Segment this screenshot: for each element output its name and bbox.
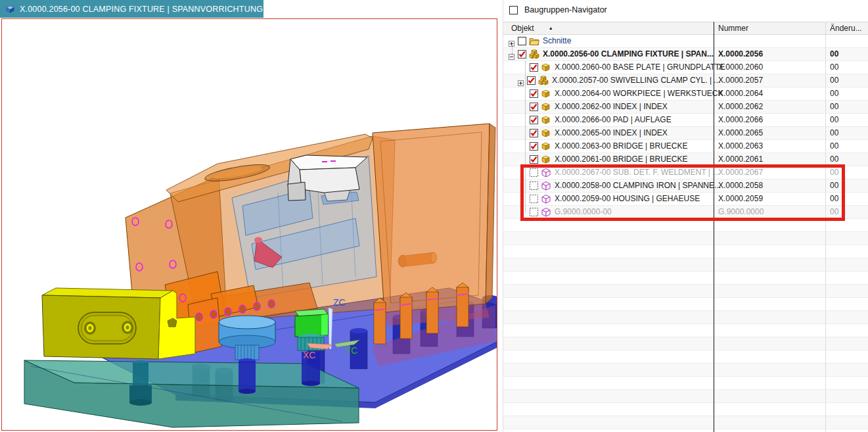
tree-row-label: X.0000.2061-00 BRIDGE | BRUECKE [555,153,688,166]
close-icon[interactable] [295,5,302,14]
lock-icon[interactable] [282,3,290,14]
row-nummer: X.0000.2058 [718,180,822,192]
empty-row [503,285,868,298]
tree-row[interactable]: X.0000.2066-00 PAD | AUFLAGEX.0000.20660… [503,114,868,127]
part-icon [5,4,15,14]
tree-row[interactable]: X.0000.2057-00 SWIVELLING CLAMP CYL. | .… [503,74,868,87]
empty-row [503,390,868,403]
navigator-tree: Schnitte X.0000.2056-00 CLAMPING FIXTURE… [503,35,868,432]
row-aenderungsstand: 00 [830,127,866,139]
visibility-checkbox-checked[interactable] [518,50,526,59]
row-nummer: X.0000.2060 [718,61,822,74]
row-nummer: X.0000.2066 [718,114,822,126]
row-nummer: X.0000.2064 [718,87,822,100]
empty-row [503,232,868,245]
yc-axis-label: YC [345,345,357,356]
row-aenderungsstand: 00 [830,166,866,179]
zc-axis-label: ZC [333,297,346,308]
row-nummer: X.0000.2061 [718,153,822,166]
row-nummer: X.0000.2065 [718,127,822,139]
visibility-checkbox-checked[interactable] [530,63,538,72]
tree-row-label: X.0000.2063-00 BRIDGE | BRUECKE [555,140,688,153]
expand-icon[interactable] [518,78,524,84]
empty-row [503,364,868,377]
empty-row [503,377,868,390]
part-icon [541,62,551,72]
visibility-checkbox-checked[interactable] [530,103,538,111]
graphics-viewport[interactable]: ZC XC YC [1,18,497,431]
column-divider-dark[interactable] [714,22,714,432]
visibility-checkbox-dashed[interactable] [530,168,538,177]
column-header-nummer[interactable]: Nummer [718,22,820,34]
row-aenderungsstand: 00 [830,114,866,126]
row-nummer: G.9000.0000 [718,206,822,218]
part-icon [541,115,551,125]
tree-row-label: X.0000.2060-00 BASE PLATE | GRUNDPLATTE [555,61,725,74]
visibility-checkbox-dashed[interactable] [530,208,538,216]
clamp-cylinder-part[interactable] [288,155,367,204]
navigator-title-bar[interactable]: Baugruppen-Navigator [509,5,607,14]
sort-asc-icon: ▲ [549,26,553,30]
tree-row[interactable]: G.9000.0000-00G.9000.000000 [503,206,868,219]
tree-row[interactable]: X.0000.2060-00 BASE PLATE | GRUNDPLATTEX… [503,61,868,74]
row-aenderungsstand: 00 [830,153,866,166]
row-aenderungsstand: 00 [830,61,866,74]
empty-row [503,403,868,416]
tree-row-label: X.0000.2059-00 HOUSING | GEHAEUSE [555,193,700,205]
row-nummer: X.0000.2057 [718,74,822,87]
empty-row [503,324,868,337]
visibility-checkbox-dashed[interactable] [530,195,538,203]
tree-row[interactable]: X.0000.2067-00 SUB. DET. F. WELDMENT | .… [503,166,868,180]
visibility-checkbox-checked[interactable] [527,76,536,85]
row-aenderungsstand [830,35,866,47]
ghost-icon [541,181,551,191]
tree-row[interactable]: X.0000.2058-00 CLAMPING IRON | SPANNE...… [503,180,868,193]
row-aenderungsstand: 00 [830,74,866,87]
visibility-checkbox-checked[interactable] [530,89,538,98]
row-aenderungsstand: 00 [830,206,866,218]
assembly-navigator-panel: Baugruppen-Navigator Objekt▲ Nummer Ände… [503,0,868,432]
column-divider-light[interactable] [825,22,826,432]
visibility-checkbox-checked[interactable] [530,129,538,137]
empty-row [503,429,868,432]
row-aenderungsstand: 00 [830,180,866,192]
tree-row[interactable]: X.0000.2061-00 BRIDGE | BRUECKEX.0000.20… [503,153,868,166]
part-icon [541,89,551,99]
part-icon [541,155,551,164]
tree-row[interactable]: X.0000.2062-00 INDEX | INDEXX.0000.20620… [503,101,868,114]
tree-row[interactable]: X.0000.2065-00 INDEX | INDEXX.0000.20650… [503,127,868,140]
column-header-aenderung[interactable]: Änderu... [830,22,868,34]
part-window-tab[interactable]: X.0000.2056-00 CLAMPING FIXTURE | SPANNV… [0,0,263,18]
workpiece-part[interactable] [42,288,195,359]
tree-row[interactable]: Schnitte [503,35,868,48]
part-icon [541,102,551,112]
empty-row [503,219,868,232]
expand-icon[interactable] [509,38,514,44]
tree-row-label: X.0000.2064-00 WORKPIECE | WERKSTUECK [555,87,723,100]
row-aenderungsstand: 00 [830,48,866,60]
row-aenderungsstand: 00 [830,87,866,100]
tree-row[interactable]: X.0000.2064-00 WORKPIECE | WERKSTUECKX.0… [503,87,868,101]
tree-row-label: Schnitte [543,35,571,47]
row-nummer: X.0000.2059 [718,193,822,205]
tree-row-label: X.0000.2065-00 INDEX | INDEX [555,127,668,139]
empty-row [503,272,868,285]
visibility-checkbox-unchecked[interactable] [518,37,526,45]
visibility-checkbox-checked[interactable] [530,155,538,164]
visibility-checkbox-dashed[interactable] [530,181,538,190]
tree-row-label: X.0000.2066-00 PAD | AUFLAGE [555,114,672,126]
row-nummer: X.0000.2056 [718,48,822,60]
ghost-icon [541,194,551,204]
edit-page-icon[interactable] [269,3,277,14]
tree-connector [512,45,513,55]
visibility-checkbox-checked[interactable] [530,116,538,124]
tree-row[interactable]: X.0000.2056-00 CLAMPING FIXTURE | SPAN..… [503,48,868,61]
empty-row [503,311,868,324]
tree-row[interactable]: X.0000.2063-00 BRIDGE | BRUECKEX.0000.20… [503,140,868,153]
column-header-objekt[interactable]: Objekt▲ [511,22,708,34]
tree-row-label: X.0000.2067-00 SUB. DET. F. WELDMENT | .… [555,166,719,179]
tree-row[interactable]: X.0000.2059-00 HOUSING | GEHAEUSEX.0000.… [503,193,868,206]
empty-row [503,298,868,311]
visibility-checkbox-checked[interactable] [530,142,538,151]
ghost-icon [541,207,551,217]
